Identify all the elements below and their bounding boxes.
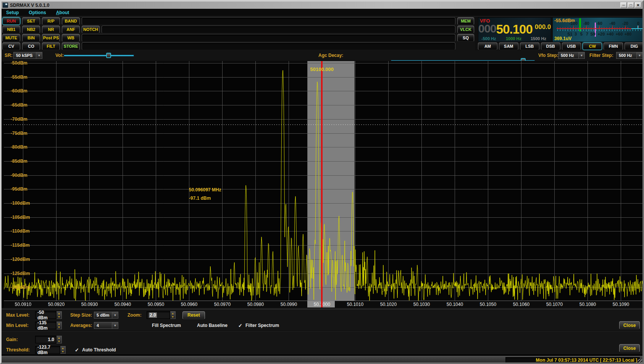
meter-bottom-scale-label: +20 xyxy=(598,32,605,36)
reset-button[interactable]: Reset xyxy=(182,311,205,319)
gain-stepper[interactable]: 1.0 ▲▼ xyxy=(35,336,62,343)
volume-slider[interactable] xyxy=(64,53,134,58)
button-vlck[interactable]: VLCK xyxy=(457,26,474,33)
fill-spectrum-checkbox[interactable]: Fill Spectrum xyxy=(152,323,181,328)
spin-up-icon[interactable]: ▲ xyxy=(56,312,61,315)
dbm-tick-label: -55dBm xyxy=(11,74,27,80)
menu-item-setup[interactable]: Setup xyxy=(6,10,19,15)
button-band[interactable]: BAND xyxy=(62,17,80,25)
button-mem[interactable]: MEM xyxy=(457,17,474,25)
dbm-tick-label: -125dBm xyxy=(11,271,30,276)
threshold-value[interactable]: -123.7 dBm xyxy=(35,346,60,354)
threshold-stepper[interactable]: -123.7 dBm ▲▼ xyxy=(35,346,66,354)
mode-button-usb[interactable]: USB xyxy=(562,42,581,50)
chevron-down-icon: ▼ xyxy=(578,52,584,58)
button-r-p[interactable]: R/P xyxy=(42,17,60,25)
frequency-tick-label: 50.0970 xyxy=(214,302,231,307)
spin-down-icon[interactable]: ▼ xyxy=(170,315,175,319)
dbm-tick-label: -130dBm xyxy=(11,285,30,290)
min-level-stepper[interactable]: -135 dBm ▲▼ xyxy=(35,322,62,329)
meter-bottom-scale-label: S1 xyxy=(567,32,572,36)
menu-item-about[interactable]: About xyxy=(56,10,69,15)
button-row: CVCOFILTSTORE xyxy=(2,42,474,50)
button-sq[interactable]: SQ xyxy=(457,34,474,42)
meter-tick-cyan xyxy=(628,29,628,31)
meter-tick-cyan xyxy=(557,29,558,31)
spin-down-icon[interactable]: ▼ xyxy=(56,325,61,329)
zoom-stepper[interactable]: 2.0 ▲▼ xyxy=(147,311,176,319)
mode-button-sam[interactable]: SAM xyxy=(499,42,518,50)
mode-button-lsb[interactable]: LSB xyxy=(520,42,539,50)
vfo-display[interactable]: VFO 00050.100000.0 -500 Hz1000 Hz1500 Hz xyxy=(478,17,551,42)
vfo-digits-main: 50.100 xyxy=(496,22,533,37)
status-bar: Mon Jul 7 03:57:13 2014 UTC [ 22:57:13 L… xyxy=(2,356,642,364)
dbm-tick-label: -90dBm xyxy=(11,173,27,178)
step-size-select[interactable]: 5 dBm ▼ xyxy=(94,312,118,319)
averages-select[interactable]: 4 ▼ xyxy=(94,322,118,329)
button-wb[interactable]: WB xyxy=(62,34,80,42)
spectrum-display[interactable]: -50dBm-55dBm-60dBm-65dBm-70dBm-75dBm-80d… xyxy=(2,61,642,307)
meter-top-scale-label: -100 xyxy=(569,21,578,26)
max-level-value[interactable]: -50 dBm xyxy=(35,311,56,319)
dbm-tick-label: -70dBm xyxy=(11,116,27,122)
mode-button-dig[interactable]: DIG xyxy=(625,42,644,50)
spin-down-icon[interactable]: ▼ xyxy=(56,315,61,319)
mode-button-am[interactable]: AM xyxy=(478,42,497,50)
spin-up-icon[interactable]: ▲ xyxy=(170,312,175,315)
mode-button-dsb[interactable]: DSB xyxy=(541,42,560,50)
spectrum-canvas[interactable] xyxy=(4,61,642,301)
maximize-icon[interactable]: □ xyxy=(628,2,634,8)
button-co[interactable]: CO xyxy=(22,42,40,50)
spin-down-icon[interactable]: ▼ xyxy=(56,340,61,343)
button-notch[interactable]: NOTCH xyxy=(82,26,100,33)
spin-up-icon[interactable]: ▲ xyxy=(56,322,61,325)
button-post-ps[interactable]: Post PS xyxy=(42,34,60,42)
gain-value[interactable]: 1.0 xyxy=(35,336,56,343)
spin-up-icon[interactable]: ▲ xyxy=(60,346,65,350)
button-cv[interactable]: CV xyxy=(2,42,20,50)
button-bin[interactable]: BIN xyxy=(22,34,40,42)
chevron-down-icon: ▼ xyxy=(636,52,642,58)
frequency-tick-label: 50.0950 xyxy=(148,302,164,307)
button-anf[interactable]: ANF xyxy=(62,26,80,33)
meter-bottom-scale-label: 3 xyxy=(575,32,577,36)
close-icon[interactable]: ✕ xyxy=(635,2,641,8)
button-nb1[interactable]: NB1 xyxy=(2,26,20,33)
volume-slider-track[interactable] xyxy=(64,55,134,57)
max-level-stepper[interactable]: -50 dBm ▲▼ xyxy=(35,311,62,319)
empty-button-bar xyxy=(82,17,455,25)
filter-step-select[interactable]: 500 Hz ▼ xyxy=(616,52,643,59)
button-nb2[interactable]: NB2 xyxy=(22,26,40,33)
meter-tick-cyan xyxy=(620,29,620,31)
spin-up-icon[interactable]: ▲ xyxy=(56,336,61,340)
vfo-frequency[interactable]: 00050.100000.0 xyxy=(478,22,551,37)
button-filt[interactable]: FILT xyxy=(42,42,60,50)
zoom-value[interactable]: 2.0 xyxy=(147,311,170,319)
button-nr[interactable]: NR xyxy=(42,26,60,33)
volume-slider-handle[interactable] xyxy=(106,53,111,58)
close-button[interactable]: Close xyxy=(619,344,640,352)
button-set[interactable]: SET xyxy=(22,17,40,25)
spin-down-icon[interactable]: ▼ xyxy=(60,350,65,353)
auto-baseline-label: Auto Baseline xyxy=(197,323,228,328)
mode-button-cw[interactable]: CW xyxy=(583,42,602,50)
button-run[interactable]: RUN xyxy=(2,17,20,25)
fill-spectrum-label: Fill Spectrum xyxy=(152,323,181,328)
vol-label: Vol: xyxy=(55,53,64,58)
meter-top-scale-label: -80 xyxy=(583,21,589,26)
auto-baseline-checkbox[interactable]: Auto Baseline xyxy=(197,323,228,328)
menu-item-options[interactable]: Options xyxy=(29,10,46,15)
min-level-value[interactable]: -135 dBm xyxy=(35,322,56,329)
button-store[interactable]: STORE xyxy=(62,42,80,50)
auto-threshold-checkbox[interactable]: ✓ Auto Threshold xyxy=(75,347,116,353)
resize-grip[interactable] xyxy=(638,359,642,364)
button-mute[interactable]: MUTE xyxy=(2,34,20,42)
close-button[interactable]: Close xyxy=(619,321,640,329)
dbm-tick-label: -65dBm xyxy=(11,102,27,108)
filter-spectrum-checkbox[interactable]: ✓ Filter Spectrum xyxy=(238,323,279,328)
minimize-icon[interactable]: ─ xyxy=(620,2,627,8)
vfo-step-select[interactable]: 500 Hz ▼ xyxy=(558,52,585,59)
title-bar[interactable]: SDRMAX V 5.0.1.0 ─ □ ✕ xyxy=(2,2,642,9)
sample-rate-select[interactable]: 50 kSPS ▼ xyxy=(13,52,42,59)
mode-button-fmn[interactable]: FMN xyxy=(604,42,623,50)
